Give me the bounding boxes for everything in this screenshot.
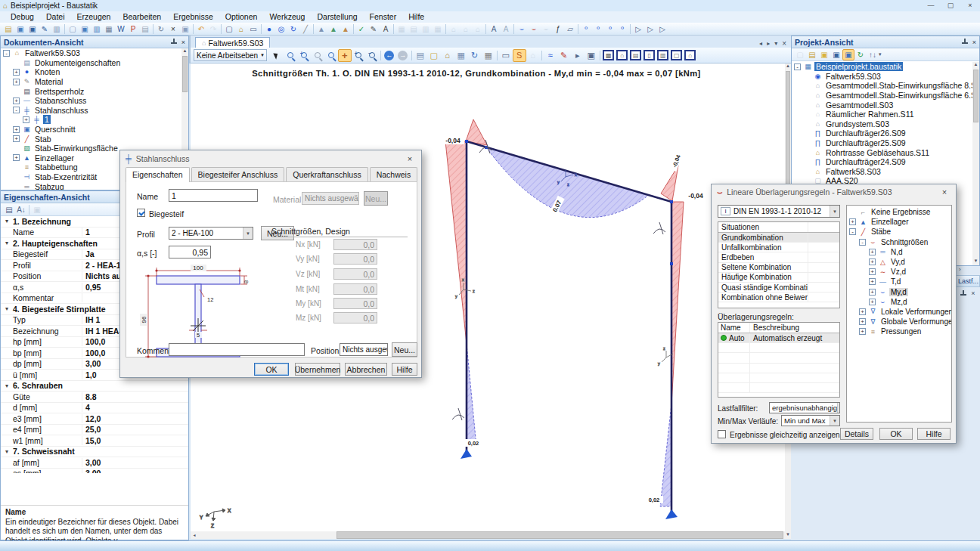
rule-auto[interactable]: AutoAutomatisch erzeugt	[718, 333, 839, 343]
project-tree-item-faltwerk58-s03[interactable]: ⌂Faltwerk58.S03	[792, 167, 972, 177]
profil-select[interactable]: 2 - HEA-100▼	[169, 227, 253, 240]
expand-icon[interactable]: +	[13, 135, 20, 142]
generate-1-icon[interactable]: ▲	[315, 23, 327, 35]
copy-icon[interactable]: ▣	[179, 23, 191, 35]
table-3-icon[interactable]: ▥	[420, 23, 432, 35]
building-3-icon[interactable]: ⌂	[472, 23, 484, 35]
delete-icon[interactable]: ×	[167, 23, 179, 35]
results-tree-item-keine-ergebnisse[interactable]: ⌐Keine Ergebnisse	[847, 207, 951, 217]
font-a-icon[interactable]: A	[488, 23, 500, 35]
rotate-model-icon[interactable]: ↻	[287, 23, 299, 35]
report-icon[interactable]: ▤	[414, 49, 427, 62]
position-neu-button[interactable]: Neu...	[392, 342, 417, 357]
name-input[interactable]: 1	[169, 189, 258, 202]
tab-list-icon[interactable]: ▾	[774, 40, 777, 47]
project-tree-item-gesamtmodell-s03[interactable]: ⌂Gesamtmodell.S03	[792, 100, 972, 110]
view-back-icon[interactable]: ←	[383, 49, 396, 62]
page-preview-icon[interactable]: ▣	[79, 23, 91, 35]
close-icon[interactable]: ×	[404, 154, 416, 163]
lastfallfilter-select[interactable]: ergebnisunabhängig▼	[769, 402, 840, 413]
menu-bearbeiten[interactable]: Bearbeiten	[116, 11, 167, 23]
view-preset-4-icon[interactable]: ▯	[643, 49, 656, 62]
doc-tree-item-stabanschluss[interactable]: +—Stabanschluss	[1, 96, 181, 106]
situation-seltene-kombination[interactable]: Seltene Kombination	[718, 263, 839, 273]
results-tree-item-einzellager[interactable]: +▲Einzellager	[847, 217, 951, 227]
select-cursor-icon[interactable]	[270, 49, 284, 62]
results-tree-item-n-d[interactable]: +═N,d	[847, 247, 951, 257]
help-button[interactable]: Hilfe	[917, 428, 951, 440]
screen-pen-icon[interactable]: ✎	[557, 49, 571, 62]
menu-werkzeug[interactable]: Werkzeug	[263, 11, 311, 23]
window-icon[interactable]: ▢	[427, 49, 441, 62]
home-icon[interactable]: ⌂	[235, 23, 247, 35]
results-tree-item-pressungen[interactable]: +≡Pressungen	[847, 327, 951, 336]
situation-erdbeben[interactable]: Erdbeben	[718, 252, 839, 262]
result-flag-icon[interactable]: ▱	[564, 23, 576, 35]
close-icon[interactable]: ×	[181, 39, 185, 46]
view-preset-1-icon[interactable]: ▩	[602, 49, 616, 62]
menu-darstellung[interactable]: Darstellung	[311, 11, 363, 23]
document-tab[interactable]: ⌂ Faltwerk59.S03	[195, 37, 270, 48]
prop-category-6-schrauben[interactable]: ▾6. Schrauben	[1, 381, 188, 392]
situation-quasi-ständige-kombination[interactable]: Quasi ständige Kombination	[718, 283, 839, 293]
project-tree-item-rohrtrasse-gebläsehaus-s11[interactable]: ⌂Rohrtrasse Gebläsehaus.S11	[792, 147, 972, 157]
dialog-title-bar[interactable]: ╪ Stahlanschluss ×	[120, 150, 421, 167]
collapse-chevron-icon[interactable]: ▾	[1, 218, 13, 224]
alphabetical-icon[interactable]: A↓	[15, 204, 27, 215]
page-icon[interactable]: ▢	[67, 23, 79, 35]
wave-icon[interactable]: ≈	[544, 49, 557, 62]
show-results-checkbox[interactable]	[718, 430, 726, 438]
prop-category-7-schweissnaht[interactable]: ▾7. Schweissnaht	[1, 447, 188, 458]
expand-icon[interactable]: +	[13, 154, 20, 161]
tab-next-icon[interactable]: ▸	[767, 40, 770, 47]
zoom-plus-icon[interactable]: +	[352, 49, 365, 62]
export-pdf-icon[interactable]: P	[127, 23, 139, 35]
prop-row-w1-mm[interactable]: w1 [mm]15,0	[1, 435, 188, 447]
situation-häufige-kombination[interactable]: Häufige Kombination	[718, 273, 839, 283]
zoom-minus-icon[interactable]: −	[365, 49, 379, 62]
table-4-icon[interactable]: ▦	[432, 23, 444, 35]
project-tree-item-durchlaufträger24-s09[interactable]: ∏Durchlaufträger24.S09	[792, 157, 972, 167]
expand-icon[interactable]: +	[869, 249, 876, 255]
collapse-chevron-icon[interactable]: ▾	[1, 448, 13, 455]
doc-tree-item-brettsperrholz[interactable]: ▤Brettsperrholz	[1, 86, 181, 96]
results-tree-item-my-d[interactable]: +⌣My,d	[847, 287, 951, 297]
node-dot-3-icon[interactable]: º	[604, 23, 616, 35]
pin-icon[interactable]	[171, 39, 177, 45]
project-tree-item-durchlaufträger25-s09[interactable]: ∏Durchlaufträger25.S09	[792, 138, 972, 148]
snap-1-icon[interactable]: ▷	[632, 23, 644, 35]
measure-icon[interactable]: ╱	[299, 23, 312, 35]
prop-row-e4-mm[interactable]: e4 [mm]25,0	[1, 425, 188, 436]
menu-optionen[interactable]: Optionen	[219, 11, 264, 23]
zoom-window-icon[interactable]	[284, 49, 297, 62]
result-shear-icon[interactable]: ⌣	[528, 23, 540, 35]
collapse-icon[interactable]: -	[859, 239, 866, 246]
refresh-icon[interactable]: ↻	[854, 49, 867, 60]
alpha-input[interactable]: 0,95	[169, 246, 211, 258]
minimize-button[interactable]: —	[921, 0, 941, 11]
zoom-page-icon[interactable]	[324, 49, 338, 62]
node-sphere-add-icon[interactable]: ◎	[275, 23, 287, 35]
results-tree-item-t-d[interactable]: +—T,d	[847, 277, 951, 286]
snap-2-icon[interactable]: ▷	[644, 23, 656, 35]
menu-ergebnisse[interactable]: Ergebnisse	[167, 11, 219, 23]
biegesteif-checkbox[interactable]	[137, 209, 145, 217]
print-icon[interactable]: ▦	[103, 23, 115, 35]
sort-icon[interactable]: ↑↓	[867, 49, 879, 60]
view-preset-2-icon[interactable]: ⌂	[616, 49, 629, 62]
expand-icon[interactable]: +	[13, 79, 20, 85]
expand-icon[interactable]: +	[849, 218, 856, 225]
folder-icon[interactable]: ▣	[818, 49, 830, 60]
collapse-chevron-icon[interactable]: ▾	[1, 382, 13, 389]
render-toggle-icon[interactable]: S	[513, 49, 526, 62]
window-cascade-icon[interactable]: ▣	[585, 49, 598, 62]
prop-row-e3-mm[interactable]: e3 [mm]12,0	[1, 413, 188, 425]
collapse-chevron-icon[interactable]: ▾	[1, 240, 13, 246]
node-dot-4-icon[interactable]: º	[616, 23, 628, 35]
results-tree-item-vy-d[interactable]: +△Vy,d	[847, 257, 951, 267]
project-open-icon[interactable]: ▣	[14, 23, 26, 35]
zoom-in-region-icon[interactable]: +	[297, 49, 311, 62]
check-icon[interactable]: ✓	[355, 23, 368, 35]
project-tree-item-beispielprojekt-baustatik[interactable]: -▦Beispielprojekt.baustatik	[792, 62, 972, 72]
expand-icon[interactable]: +	[869, 278, 876, 285]
